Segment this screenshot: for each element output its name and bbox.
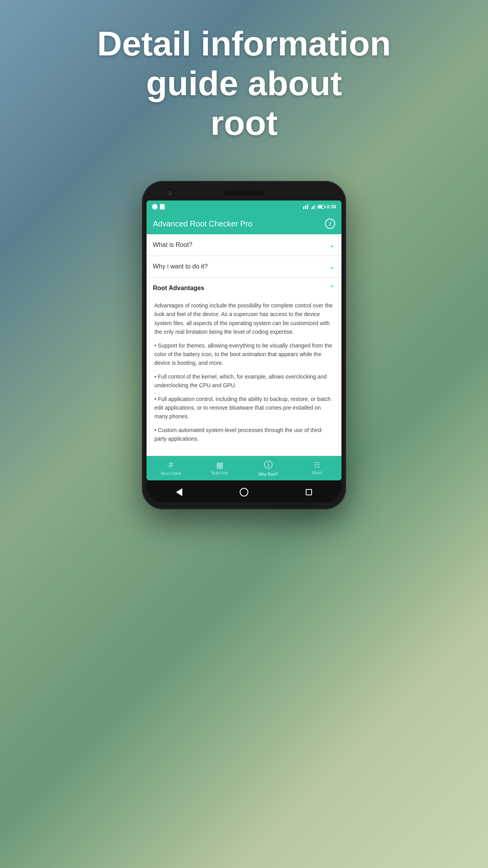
battery-fill (318, 206, 323, 208)
accordion-label-root-advantages: Root Advantages (153, 285, 204, 292)
nav-item-build-info[interactable]: ▦ Build Info (195, 460, 244, 475)
phone-bottom-nav (147, 480, 341, 502)
back-arrow-icon (176, 488, 182, 496)
wifi-icon (303, 204, 309, 209)
nav-label-root-check: Root Check (161, 471, 181, 476)
bullet-kernel: • Full control of the kernel, which, for… (154, 372, 334, 390)
notification-dot-icon (152, 204, 158, 210)
info-button[interactable]: i (325, 219, 335, 229)
app-header-title: Advanced Root Checker Pro (153, 219, 252, 228)
status-bar: 3:39 (147, 200, 341, 213)
about-icon: ☷ (314, 461, 320, 469)
phone-top (147, 188, 341, 200)
bullet-custom-processes: • Custom automated system-level processe… (154, 426, 334, 443)
recent-square-icon (306, 489, 312, 495)
phone-mockup: 3:39 Advanced Root Checker Pro i What is… (142, 181, 346, 509)
accordion-item-why-root: Why i want to do it? ⌄ (147, 256, 341, 278)
lock-icon (160, 204, 165, 210)
status-left (152, 204, 165, 210)
nav-label-about: About (312, 471, 322, 475)
home-button[interactable] (238, 487, 250, 498)
accordion-label-what-is-root: What is Root? (153, 241, 192, 248)
app-header: Advanced Root Checker Pro i (147, 213, 341, 234)
signal-icon (311, 204, 316, 209)
accordion-label-why-root: Why i want to do it? (153, 263, 208, 270)
back-button[interactable] (174, 487, 185, 498)
accordion-item-root-advantages: Root Advantages ⌃ Advantages of rooting … (147, 278, 341, 456)
page-title: Detail information guide about root (0, 24, 488, 143)
nav-label-build-info: Build Info (211, 471, 228, 475)
nav-item-about[interactable]: ☷ About (293, 461, 341, 475)
accordion-body-bullets: • Support for themes, allowing everythin… (154, 341, 334, 443)
status-right: 3:39 (303, 204, 336, 210)
build-info-icon: ▦ (216, 460, 224, 470)
accordion: What is Root? ⌄ Why i want to do it? ⌄ R… (147, 234, 341, 456)
battery-icon (317, 205, 325, 209)
home-circle-icon (240, 488, 248, 497)
bullet-app-control: • Full application control, including th… (154, 395, 334, 421)
accordion-body-root-advantages: Advantages of rooting include the possib… (147, 299, 341, 456)
status-time: 3:39 (327, 204, 336, 210)
accordion-header-root-advantages[interactable]: Root Advantages ⌃ (147, 278, 341, 299)
phone-frame: 3:39 Advanced Root Checker Pro i What is… (142, 181, 346, 509)
hashtag-icon: # (169, 460, 173, 470)
accordion-header-why-root[interactable]: Why i want to do it? ⌄ (147, 256, 341, 277)
bottom-nav: # Root Check ▦ Build Info ⓘ Why Root? ☷ … (147, 456, 341, 480)
nav-item-root-check[interactable]: # Root Check (147, 460, 195, 476)
chevron-down-icon-why-root: ⌄ (329, 263, 335, 270)
chevron-down-icon-what-is-root: ⌄ (329, 241, 335, 248)
nav-item-why-root[interactable]: ⓘ Why Root? (244, 459, 293, 476)
bullet-themes: • Support for themes, allowing everythin… (154, 341, 334, 368)
phone-screen: 3:39 Advanced Root Checker Pro i What is… (147, 200, 341, 480)
chevron-up-icon-root-advantages: ⌃ (329, 285, 335, 292)
front-camera (166, 190, 173, 197)
info-circle-icon: ⓘ (264, 459, 273, 471)
recent-button[interactable] (303, 487, 314, 498)
accordion-body-main-text: Advantages of rooting include the possib… (154, 301, 334, 337)
nav-label-why-root: Why Root? (259, 472, 278, 476)
speaker (224, 191, 264, 196)
accordion-header-what-is-root[interactable]: What is Root? ⌄ (147, 234, 341, 256)
accordion-item-what-is-root: What is Root? ⌄ (147, 234, 341, 256)
